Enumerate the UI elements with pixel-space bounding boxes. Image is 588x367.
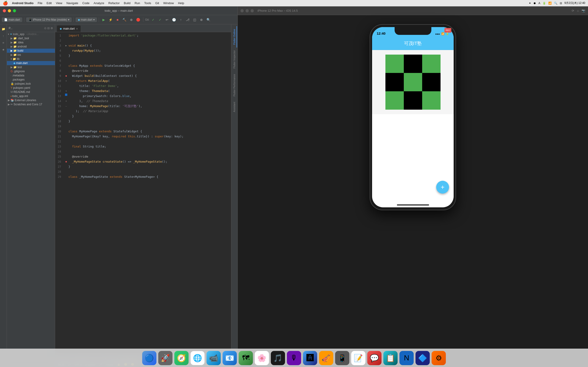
tree-gitignore[interactable]: G .gitignore — [7, 69, 55, 73]
tree-readme[interactable]: M README.md — [7, 90, 55, 94]
tree-external-libs[interactable]: ▶ 📚 External Libraries — [7, 98, 55, 102]
maximize-button[interactable] — [13, 9, 16, 12]
tree-metadata[interactable]: · .metadata — [7, 73, 55, 77]
flutter-performance-tab[interactable]: Flutter Performance — [232, 71, 237, 99]
build-button[interactable]: 🔨 — [121, 17, 128, 23]
menu-run[interactable]: Run — [135, 1, 140, 5]
flutter-outline-tab[interactable]: Flutter Outline — [232, 26, 237, 48]
menu-git[interactable]: Git — [155, 1, 159, 5]
tree-item-label: ios — [17, 53, 21, 56]
dock-notes[interactable]: 📝 — [351, 351, 365, 365]
dock-appstore[interactable]: 🅰 — [303, 351, 317, 365]
dock-launchpad[interactable]: 🚀 — [158, 351, 173, 365]
sync-icon[interactable]: ⊙ — [44, 27, 46, 30]
dock-photos[interactable]: 🌸 — [255, 351, 269, 365]
dock-maps[interactable]: 🗺 — [239, 351, 253, 365]
tree-iml[interactable]: ▪ todo_app.iml — [7, 94, 55, 98]
file-tab[interactable]: 📄 main.dart — [2, 17, 22, 22]
menu-file[interactable]: File — [38, 1, 43, 5]
minimize-button[interactable] — [8, 9, 11, 12]
tree-dart-tool[interactable]: ▶ 📁 .dart_tool — [7, 36, 55, 40]
sim-home-icon[interactable]: ⌂ — [577, 9, 579, 12]
run-config-tab[interactable]: ◆ main.dart ▾ — [76, 17, 97, 22]
file-tab-icon: 📄 — [4, 18, 8, 21]
git-diff[interactable]: ◫ — [191, 17, 198, 23]
favorites-icon[interactable]: ★ — [1, 47, 6, 52]
dock-extra2[interactable]: ⚙ — [432, 351, 446, 365]
commit-icon[interactable]: ↑ — [1, 33, 6, 39]
dock-simulator[interactable]: 📱 — [335, 351, 349, 365]
search-icon[interactable]: 🔍 — [554, 2, 557, 5]
checker-cell-2 — [422, 55, 441, 73]
dock-vscode[interactable]: 📋 — [383, 351, 398, 365]
tree-main-dart[interactable]: ◆ main.dart — [7, 61, 55, 65]
menu-view[interactable]: View — [56, 1, 62, 5]
tree-root[interactable]: ▾ ✦ todo_app ~/Androi... — [7, 32, 55, 36]
menu-analyze[interactable]: Analyze — [94, 1, 104, 5]
tree-scratches[interactable]: ▶ ✏ Scratches and Cons 17 — [7, 102, 55, 106]
search-everywhere[interactable]: 🔍 — [205, 17, 211, 23]
fab-button[interactable]: + — [436, 181, 449, 194]
dock-facetime[interactable]: 📹 — [207, 351, 221, 365]
menu-tools[interactable]: Tools — [144, 1, 151, 5]
dock-notion[interactable]: N — [399, 351, 414, 365]
tree-item-label: android — [17, 45, 27, 48]
tree-test[interactable]: ▶ 📁 test — [7, 65, 55, 69]
code-content[interactable]: 1 import 'package:flutter/material.dart'… — [55, 32, 231, 355]
dock-chrome[interactable]: 🌐 — [190, 351, 205, 365]
tree-build[interactable]: ▶ 📁 build — [7, 49, 55, 53]
tree-ios[interactable]: ▶ 📁 ios — [7, 53, 55, 57]
tree-pubspec-lock[interactable]: 🔒 pubspec.lock — [7, 82, 55, 86]
tree-pubspec-yaml[interactable]: Y pubspec.yaml — [7, 86, 55, 90]
git-branches[interactable]: ⎇ — [185, 17, 191, 23]
dock-mail[interactable]: 📧 — [223, 351, 237, 365]
flutter-run-button[interactable]: ⚡ — [108, 17, 114, 23]
git-merge[interactable]: ⊗ — [199, 17, 204, 23]
tree-idea[interactable]: ▶ 📁 .idea — [7, 40, 55, 44]
menu-window[interactable]: Window — [163, 1, 174, 5]
flutter-inspector-tab[interactable]: Flutter Inspector — [232, 48, 237, 71]
git-push[interactable]: ↑ — [178, 17, 184, 23]
menu-build[interactable]: Build — [124, 1, 130, 5]
dock-finder[interactable]: 🔵 — [142, 351, 156, 365]
dock-extra1[interactable]: 🔷 — [415, 351, 430, 365]
editor-tab-main[interactable]: ◆ main.dart ✕ — [57, 25, 81, 32]
git-check1[interactable]: ✓ — [150, 17, 156, 23]
dock-instruments[interactable]: 🎻 — [319, 351, 333, 365]
debug-button[interactable]: 🛑 — [135, 17, 141, 23]
tree-packages[interactable]: · .packages — [7, 77, 55, 82]
tree-android[interactable]: ▶ 📁 android — [7, 44, 55, 49]
close-button[interactable] — [3, 9, 6, 12]
coverage-button[interactable]: ⊕ — [128, 17, 134, 23]
git-history[interactable]: 🕐 — [171, 17, 177, 23]
stop-button[interactable]: ■ — [115, 17, 121, 23]
menu-navigate[interactable]: Navigate — [66, 1, 78, 5]
apple-menu[interactable]: 🍎 — [3, 1, 8, 6]
assistant-tab[interactable]: Assistant — [232, 99, 237, 115]
run-button[interactable]: ▶ — [101, 17, 107, 23]
control-center-icon[interactable]: ⊟ — [560, 2, 562, 5]
collapse-icon[interactable]: ⊟ — [47, 27, 50, 30]
project-icon[interactable]: 📁 — [1, 26, 6, 32]
dock-safari[interactable]: 🧭 — [174, 351, 189, 365]
tree-settings-icon[interactable]: ⚙ — [51, 27, 53, 30]
sim-close[interactable] — [241, 9, 244, 12]
sim-screenshot-icon[interactable]: 📷 — [582, 9, 585, 12]
dock-music[interactable]: 🎵 — [271, 351, 285, 365]
menu-help[interactable]: Help — [178, 1, 184, 5]
tab-close-button[interactable]: ✕ — [76, 27, 78, 30]
tree-lib[interactable]: ▾ 📁 lib — [7, 57, 55, 61]
device-tab[interactable]: 📱 iPhone 12 Pro Max (mobile) ▾ — [26, 17, 72, 22]
menu-refactor[interactable]: Refactor — [108, 1, 120, 5]
git-check2[interactable]: ✓ — [157, 17, 163, 23]
sim-minimize[interactable] — [246, 9, 249, 12]
sim-rotate-icon[interactable]: ⟳ — [572, 9, 574, 12]
dock-podcasts[interactable]: 🎙 — [287, 351, 301, 365]
menu-code[interactable]: Code — [82, 1, 90, 5]
app-name[interactable]: Android Studio — [12, 1, 34, 5]
dock-slack[interactable]: 💬 — [367, 351, 381, 365]
menu-edit[interactable]: Edit — [47, 1, 52, 5]
git-undo[interactable]: ↩ — [164, 17, 170, 23]
structure-icon[interactable]: ≡ — [1, 40, 6, 45]
sim-maximize[interactable] — [251, 9, 254, 12]
